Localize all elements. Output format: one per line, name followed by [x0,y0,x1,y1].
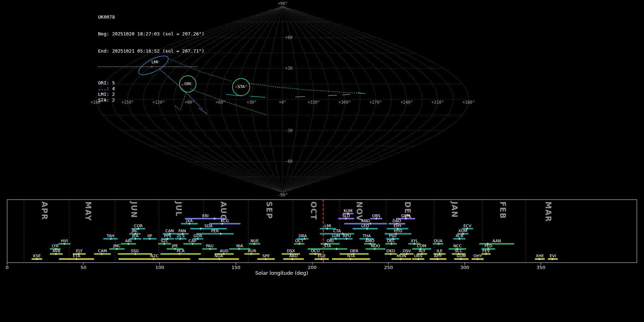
svg-text:NTA: NTA [347,254,355,258]
shower-bar-NTA: NTA [332,254,370,260]
svg-text:+90°: +90° [278,1,288,6]
svg-text:SPE: SPE [262,254,270,258]
radiant-center-mark [245,85,247,87]
shower-bar-LEO: LEO [353,224,378,230]
shower-bar-KCG: KCG [209,219,240,225]
svg-text:JRC: JRC [131,229,138,233]
svg-text:+210°: +210° [431,100,444,105]
shower-counts: ORI: 5...: 4LMI: 2STA: 2 [98,80,204,103]
svg-text:KCG: KCG [221,219,229,223]
svg-text:SCC: SCC [455,249,463,253]
month-label-FEB: FEB [498,201,507,219]
svg-text:AUR: AUR [248,249,257,253]
svg-text:NIA: NIA [236,244,243,248]
svg-text:THA: THA [362,234,371,238]
svg-text:SZC: SZC [161,239,169,243]
shower-bar-JMC: JMC [109,244,125,250]
svg-text:-30: -30 [285,128,293,133]
svg-text:AVB: AVB [53,249,60,253]
svg-text:SLD: SLD [342,214,350,218]
svg-text:DSX: DSX [287,249,295,253]
svg-text:HVI: HVI [61,239,68,243]
svg-text:OBS: OBS [372,214,380,218]
svg-text:FEV: FEV [482,249,490,253]
svg-text:COR: COR [134,224,143,228]
svg-text:NZC: NZC [150,254,159,258]
svg-text:150: 150 [231,265,240,270]
svg-text:OER: OER [350,249,358,253]
shower-count-line: ORI: 5 [98,80,204,86]
svg-text:300: 300 [460,265,469,270]
svg-text:PAU: PAU [206,244,214,248]
month-label-OCT: OCT [309,201,318,220]
svg-text:DSV: DSV [402,249,411,253]
svg-text:KUM: KUM [344,209,352,213]
svg-text:PER: PER [211,229,219,233]
meteor-trail [250,96,265,97]
shower-bar-FEV: FEV [482,249,491,255]
svg-text:+60: +60 [285,35,293,40]
svg-text:ELY: ELY [76,249,83,253]
svg-text:HYD: HYD [394,229,402,233]
meteor-trail [328,95,337,96]
shower-bar-PCA: PCA [160,249,201,255]
svg-text:DAD: DAD [392,219,401,223]
svg-text:+300°: +300° [338,100,351,105]
svg-text:0: 0 [6,265,9,270]
svg-text:LEO: LEO [361,224,369,228]
svg-text:DRA: DRA [298,234,307,238]
radiant-center-mark [235,86,237,88]
x-axis-title: Solar longitude (deg) [255,270,308,276]
svg-text:200: 200 [308,265,317,270]
svg-text:NUE: NUE [250,239,259,243]
svg-text:XHE: XHE [536,254,544,258]
shower-bar-OBS: OBS [370,214,382,220]
month-label-MAY: MAY [84,201,92,221]
shower-bar-OCT: OCT [294,239,304,245]
svg-text:EVI: EVI [550,254,556,258]
svg-text:KSE: KSE [33,254,41,258]
separator-line [98,67,197,67]
svg-text:AUD: AUD [220,249,228,253]
shower-bar-PAU: PAU [203,244,217,250]
meteor-plot-canvas: +180°+150°+120°+90°+60°+30°+0°+330°+300°… [0,0,644,322]
svg-text:AHY: AHY [434,254,442,258]
shower-bar-NDA: NDA [199,254,239,260]
shower-bar-CAP: CAP [183,239,201,245]
shower-bar-EGE: EGE [314,254,329,260]
svg-text:LMI: LMI [325,224,331,228]
shower-bar-KSE: KSE [31,254,42,260]
svg-text:+330°: +330° [307,100,320,105]
shower-bar-JXA: JXA [181,219,198,225]
svg-text:ALY: ALY [419,249,425,253]
svg-text:ETA: ETA [73,254,80,258]
svg-text:SDA: SDA [204,224,213,228]
svg-text:LYR: LYR [52,244,59,248]
svg-text:STA: STA [324,244,331,248]
svg-text:STA: STA [238,84,245,89]
shower-bar-OHY: OHY [472,254,484,260]
svg-text:PPS: PPS [164,234,171,238]
svg-text:EGE: EGE [318,254,326,258]
shower-bar-NOO: NOO [366,244,385,250]
svg-text:ILE: ILE [436,249,442,253]
shower-bar-ARD: ARD [283,254,304,260]
svg-text:MON: MON [397,254,406,258]
svg-text:ARI: ARI [125,239,132,243]
shower-bar-MON: MON [391,254,411,260]
station-id: UK0078 [98,14,204,20]
shower-bar-AUR: AUR [244,249,260,255]
svg-text:ARD: ARD [289,254,298,258]
svg-text:FAN: FAN [179,229,186,233]
shower-bar-AVB: AVB [50,249,63,255]
shower-bar-SLD: SLD [338,214,354,220]
svg-text:CAN: CAN [165,229,174,233]
shower-bar-ARI: ARI [121,239,136,245]
shower-bar-SSG: SSG [118,249,152,255]
x-axis: 050100150200250300350Solar longitude (de… [6,263,546,276]
month-label-JAN: JAN [450,201,459,218]
month-label-JUN: JUN [130,201,138,218]
shower-bar-URS: URS [412,254,424,260]
svg-text:+180°: +180° [463,100,475,105]
svg-text:COM: COM [417,244,426,248]
